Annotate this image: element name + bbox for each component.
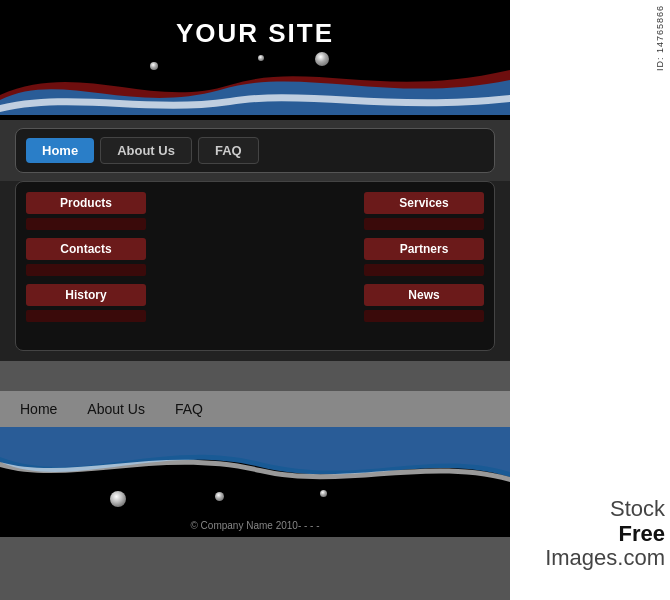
footer-wave	[0, 427, 510, 502]
nav-container: Home About Us FAQ	[15, 128, 495, 173]
products-label[interactable]: Products	[26, 192, 146, 214]
news-label[interactable]: News	[364, 284, 484, 306]
services-label[interactable]: Services	[364, 192, 484, 214]
watermark-images: Images.com	[545, 545, 665, 570]
menu-item-contacts: Contacts	[26, 238, 146, 276]
footer-dot-1	[110, 491, 126, 507]
bottom-nav-faq[interactable]: FAQ	[175, 401, 203, 417]
footer-section: © Company Name 2010- - - -	[0, 427, 510, 537]
watermark-free: Free	[619, 521, 665, 546]
nav-about-button[interactable]: About Us	[100, 137, 192, 164]
side-panel: ID: 14765866 Stock Free Images.com	[510, 0, 670, 600]
nav-section: Home About Us FAQ	[0, 120, 510, 181]
bottom-nav-home[interactable]: Home	[20, 401, 57, 417]
nav-home-button[interactable]: Home	[26, 138, 94, 163]
watermark: Stock Free Images.com	[545, 497, 665, 570]
products-bar	[26, 218, 146, 230]
menu-item-services: Services	[364, 192, 484, 230]
content-section: Products Contacts History Services	[0, 181, 510, 361]
header-wave	[0, 40, 510, 120]
svg-rect-0	[0, 115, 510, 120]
copyright-text: © Company Name 2010- - - -	[0, 520, 510, 531]
side-id-text: ID: 14765866	[655, 5, 665, 71]
bottom-nav: Home About Us FAQ	[0, 391, 510, 427]
partners-bar	[364, 264, 484, 276]
services-bar	[364, 218, 484, 230]
contacts-bar	[26, 264, 146, 276]
dot-3	[315, 52, 329, 66]
contacts-label[interactable]: Contacts	[26, 238, 146, 260]
bottom-nav-about[interactable]: About Us	[87, 401, 145, 417]
nav-faq-button[interactable]: FAQ	[198, 137, 259, 164]
left-menu-column: Products Contacts History	[26, 192, 146, 340]
history-bar	[26, 310, 146, 322]
right-menu-column: Services Partners News	[364, 192, 484, 340]
partners-label[interactable]: Partners	[364, 238, 484, 260]
history-label[interactable]: History	[26, 284, 146, 306]
menu-item-partners: Partners	[364, 238, 484, 276]
dot-2	[258, 55, 264, 61]
menu-item-history: History	[26, 284, 146, 322]
header-section: YOUR SITE	[0, 0, 510, 120]
footer-dot-3	[320, 490, 327, 497]
news-bar	[364, 310, 484, 322]
menu-item-news: News	[364, 284, 484, 322]
spacer	[0, 361, 510, 391]
dot-1	[150, 62, 158, 70]
watermark-stock: Stock	[610, 496, 665, 521]
footer-dot-2	[215, 492, 224, 501]
content-inner: Products Contacts History Services	[15, 181, 495, 351]
menu-item-products: Products	[26, 192, 146, 230]
